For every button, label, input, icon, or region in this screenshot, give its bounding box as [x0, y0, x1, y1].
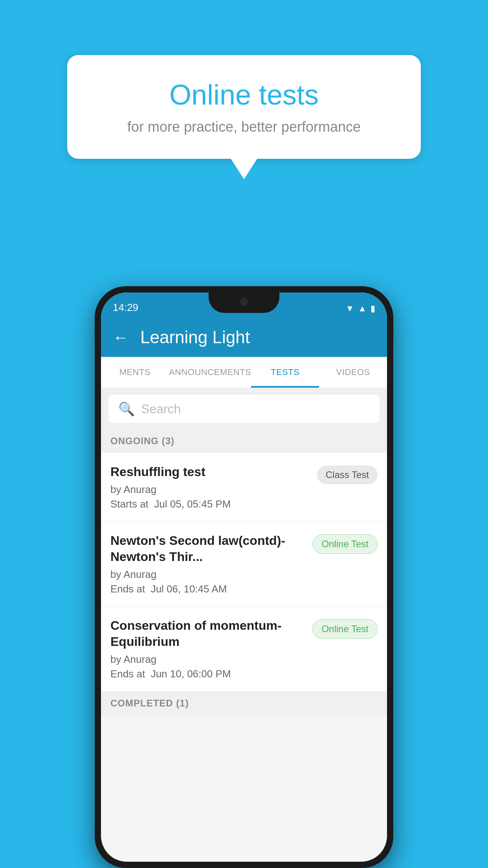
test-item-3[interactable]: Conservation of momentum-Equilibrium by … — [101, 607, 387, 691]
test-info-2: Newton's Second law(contd)-Newton's Thir… — [110, 533, 312, 595]
test-by-3: by Anurag — [110, 653, 306, 666]
bubble-title: Online tests — [99, 79, 389, 111]
test-date-label-3: Ends at — [110, 668, 145, 680]
test-item-2[interactable]: Newton's Second law(contd)-Newton's Thir… — [101, 522, 387, 607]
test-item-1[interactable]: Reshuffling test by Anurag Starts at Jul… — [101, 453, 387, 522]
search-bar[interactable]: 🔍 Search — [109, 395, 379, 423]
ongoing-section-header: ONGOING (3) — [101, 429, 387, 453]
status-time: 14:29 — [113, 302, 138, 314]
test-date-value-3: Jun 10, 06:00 PM — [151, 668, 231, 680]
test-date-1: Starts at Jul 05, 05:45 PM — [110, 498, 311, 510]
app-bar-title: Learning Light — [140, 327, 250, 347]
tab-tests[interactable]: TESTS — [251, 357, 319, 388]
test-date-2: Ends at Jul 06, 10:45 AM — [110, 583, 306, 595]
test-list: Reshuffling test by Anurag Starts at Jul… — [101, 453, 387, 691]
status-icons: ▼ ▲ ▮ — [345, 303, 375, 314]
back-button[interactable]: ← — [113, 329, 128, 346]
test-date-value-2: Jul 06, 10:45 AM — [151, 583, 227, 595]
test-date-3: Ends at Jun 10, 06:00 PM — [110, 668, 306, 680]
phone-screen: 14:29 ▼ ▲ ▮ ← Learning Light MENTS ANNOU… — [101, 292, 387, 862]
signal-icon: ▲ — [358, 303, 367, 314]
ongoing-label: ONGOING (3) — [110, 436, 174, 446]
test-by-2: by Anurag — [110, 568, 306, 581]
speech-bubble: Online tests for more practice, better p… — [67, 55, 421, 159]
bubble-subtitle: for more practice, better performance — [99, 119, 389, 135]
completed-section: COMPLETED (1) — [101, 691, 387, 715]
wifi-icon: ▼ — [345, 303, 354, 314]
app-bar: ← Learning Light — [101, 318, 387, 357]
test-badge-3: Online Test — [312, 619, 378, 639]
phone-notch — [209, 292, 279, 313]
tabs-container: MENTS ANNOUNCEMENTS TESTS VIDEOS — [101, 357, 387, 388]
phone-camera — [240, 298, 248, 306]
search-container: 🔍 Search — [101, 388, 387, 429]
test-date-label-1: Starts at — [110, 498, 149, 510]
search-input[interactable]: Search — [141, 402, 181, 416]
test-name-2: Newton's Second law(contd)-Newton's Thir… — [110, 533, 306, 565]
test-by-1: by Anurag — [110, 484, 311, 496]
test-info-3: Conservation of momentum-Equilibrium by … — [110, 618, 312, 680]
test-badge-2: Online Test — [312, 534, 378, 554]
test-name-3: Conservation of momentum-Equilibrium — [110, 618, 306, 650]
tab-videos[interactable]: VIDEOS — [319, 357, 387, 388]
test-name-1: Reshuffling test — [110, 464, 311, 480]
completed-label: COMPLETED (1) — [110, 698, 189, 708]
battery-icon: ▮ — [371, 303, 375, 314]
test-date-value-1: Jul 05, 05:45 PM — [154, 498, 231, 510]
test-info-1: Reshuffling test by Anurag Starts at Jul… — [110, 464, 317, 510]
tab-announcements[interactable]: ANNOUNCEMENTS — [169, 357, 251, 388]
speech-bubble-container: Online tests for more practice, better p… — [67, 55, 421, 159]
search-icon: 🔍 — [118, 401, 135, 417]
phone-outer: 14:29 ▼ ▲ ▮ ← Learning Light MENTS ANNOU… — [95, 286, 393, 868]
test-date-label-2: Ends at — [110, 583, 145, 595]
tab-ments[interactable]: MENTS — [101, 357, 169, 388]
test-badge-1: Class Test — [317, 465, 378, 484]
phone-wrapper: 14:29 ▼ ▲ ▮ ← Learning Light MENTS ANNOU… — [95, 286, 393, 868]
